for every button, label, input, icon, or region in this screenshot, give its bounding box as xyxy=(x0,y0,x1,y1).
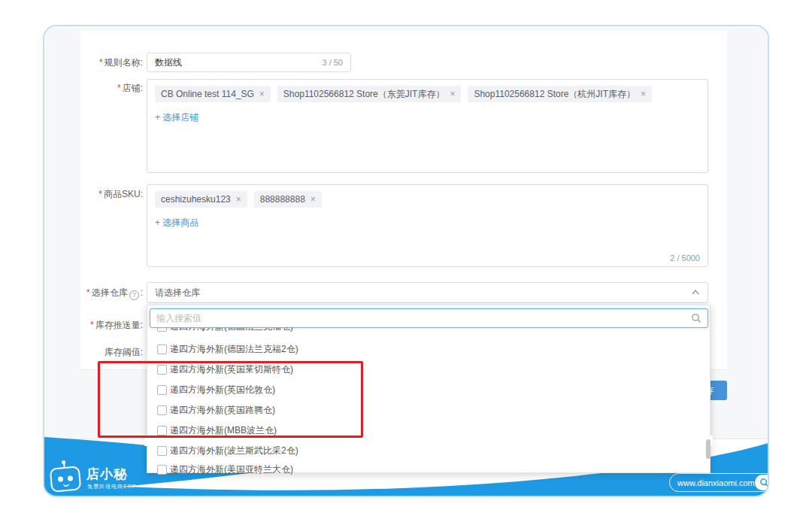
brand-name: 店小秘 xyxy=(86,466,127,483)
close-icon[interactable]: × xyxy=(259,89,265,99)
warehouse-option[interactable]: 递四方海外新(美国亚特兰大仓) xyxy=(147,460,696,480)
dropdown-search-input[interactable] xyxy=(156,313,691,323)
screenshot-canvas: *规则名称: *店铺: *商品SKU: *选择仓库?: *库存推送量: 库存阈值… xyxy=(0,0,812,513)
unchecked-checkbox[interactable] xyxy=(157,345,167,354)
dropdown-search-box xyxy=(150,308,708,328)
threshold-label: 库存阈值: xyxy=(44,345,143,360)
close-icon[interactable]: × xyxy=(641,89,646,99)
question-circle-icon[interactable]: ? xyxy=(129,290,139,300)
shops-label: *店铺: xyxy=(44,80,143,96)
sku-tags: ceshizuhesku123× 888888888× xyxy=(155,191,700,208)
close-icon[interactable]: × xyxy=(236,194,241,205)
url-search-button[interactable] xyxy=(755,475,769,490)
sku-box: ceshizuhesku123× 888888888× + 选择商品 2 / 5… xyxy=(147,184,708,267)
dianxiaomi-robot-logo xyxy=(50,466,82,492)
unchecked-checkbox[interactable] xyxy=(157,446,167,456)
required-mark: * xyxy=(90,320,94,330)
close-icon[interactable]: × xyxy=(311,194,316,205)
rule-name-value: 数据线 xyxy=(155,56,322,69)
required-mark: * xyxy=(98,189,102,199)
select-shops-link[interactable]: + 选择店铺 xyxy=(155,111,198,124)
push-qty-label: *库存推送量: xyxy=(44,315,143,335)
unchecked-checkbox[interactable] xyxy=(157,465,167,475)
rule-name-input[interactable]: 数据线 3 / 50 xyxy=(147,53,351,72)
sku-tag: ceshizuhesku123× xyxy=(155,191,247,208)
shop-tag: CB Online test 114_SG× xyxy=(155,86,271,102)
required-mark: * xyxy=(99,57,103,68)
search-icon xyxy=(691,313,701,323)
warehouse-option[interactable]: 递四方海外新(德国法兰克福2仓) xyxy=(147,339,696,360)
shop-tags: CB Online test 114_SG× Shop1102566812 St… xyxy=(155,86,700,102)
warehouse-select-value: 请选择仓库 xyxy=(155,287,691,299)
required-mark: * xyxy=(117,83,121,93)
warehouse-select[interactable]: 请选择仓库 xyxy=(147,282,708,303)
annotation-red-rectangle xyxy=(98,361,363,438)
sku-label: *商品SKU: xyxy=(44,187,143,202)
brand-tagline: 免费跨境电商ERP xyxy=(87,483,136,490)
app-window: *规则名称: *店铺: *商品SKU: *选择仓库?: *库存推送量: 库存阈值… xyxy=(43,25,769,497)
shop-tag: Shop1102566812 Store（杭州JIT库存）× xyxy=(468,86,652,102)
warehouse-label: *选择仓库?: xyxy=(44,282,143,303)
chevron-up-icon xyxy=(691,288,700,297)
search-icon xyxy=(759,478,769,487)
close-icon[interactable]: × xyxy=(450,89,455,99)
required-mark: * xyxy=(86,287,90,298)
dropdown-scrollbar-thumb[interactable] xyxy=(706,439,710,459)
select-products-link[interactable]: + 选择商品 xyxy=(155,217,198,229)
sku-counter: 2 / 5000 xyxy=(670,253,700,263)
rule-name-counter: 3 / 50 xyxy=(322,58,343,67)
shop-tag: Shop1102566812 Store（东莞JIT库存）× xyxy=(277,86,462,102)
shops-box: CB Online test 114_SG× Shop1102566812 St… xyxy=(147,79,708,173)
sku-tag: 888888888× xyxy=(254,191,322,208)
rule-name-label: *规则名称: xyxy=(44,53,143,72)
